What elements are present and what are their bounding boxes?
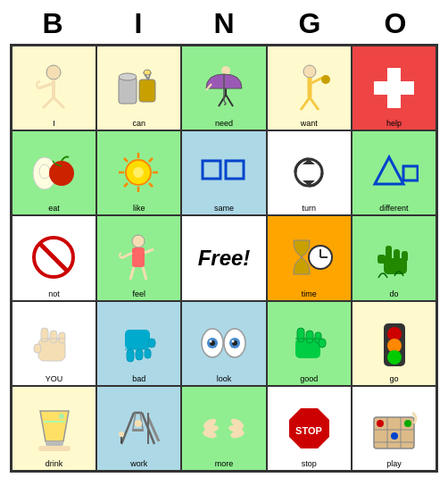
cell-label-help: help (353, 119, 436, 128)
cell-label-same: same (182, 204, 265, 213)
cell-free: Free! (181, 215, 266, 300)
letter-I: I (99, 7, 178, 40)
drink-hand-icon (25, 397, 83, 459)
svg-rect-71 (148, 339, 155, 348)
svg-line-2 (38, 83, 54, 88)
cell-go: go (352, 301, 436, 386)
cell-label-you: YOU (12, 374, 95, 383)
svg-rect-7 (139, 80, 155, 102)
cell-I: I (12, 46, 96, 130)
svg-rect-62 (41, 328, 48, 342)
cell-label-eat: eat (12, 204, 95, 213)
svg-line-21 (310, 97, 319, 110)
cell-help: help (352, 46, 436, 130)
bingo-header: B I N G O (10, 7, 438, 40)
letter-G: G (270, 7, 349, 40)
cell-bad: bad (96, 301, 181, 386)
cell-label-look: look (182, 374, 265, 383)
svg-point-80 (232, 339, 235, 342)
svg-point-0 (46, 65, 61, 80)
hand-pointing-icon (365, 227, 423, 289)
svg-line-50 (145, 249, 153, 253)
cell-different: different (352, 130, 436, 215)
svg-point-22 (321, 75, 330, 84)
cell-feel: feel (96, 215, 181, 300)
stop-sign-icon: STOP (280, 397, 338, 459)
cell-label-stop: stop (268, 459, 351, 468)
svg-line-52 (143, 267, 146, 280)
thumbs-up-icon (280, 312, 338, 374)
svg-rect-64 (59, 332, 65, 343)
svg-line-34 (124, 158, 128, 162)
hourglass-clock-icon (280, 227, 338, 289)
svg-point-121 (391, 432, 398, 440)
egg-apple-icon (25, 142, 83, 205)
cell-label-drink: drink (12, 459, 95, 468)
cell-like: like (96, 130, 181, 215)
svg-line-14 (226, 95, 233, 106)
free-text: Free! (198, 246, 251, 271)
cans-icon (110, 57, 168, 120)
thumbs-down-icon (110, 312, 168, 374)
cell-need: need (181, 46, 266, 130)
arrows-circle-icon (280, 142, 338, 205)
sun-icon (110, 142, 168, 205)
svg-point-10 (144, 70, 151, 75)
cell-same: same (181, 130, 266, 215)
person-feeling-icon (110, 227, 168, 289)
svg-rect-58 (394, 249, 400, 262)
bingo-grid: I can (10, 44, 438, 473)
cell-label-play: play (353, 459, 436, 468)
hands-together-icon (195, 397, 253, 459)
cell-do: do (352, 215, 436, 300)
svg-rect-44 (403, 166, 418, 180)
cell-label-time: time (268, 289, 351, 298)
svg-point-47 (132, 235, 145, 247)
cell-label-can: can (97, 119, 180, 128)
cell-label-more: more (182, 459, 265, 468)
cell-you: YOU (12, 301, 96, 386)
svg-rect-93 (38, 446, 71, 451)
cell-label-bad: bad (97, 374, 180, 383)
svg-rect-48 (132, 247, 145, 267)
svg-point-105 (119, 432, 124, 437)
cell-look: look (181, 301, 266, 386)
svg-line-51 (130, 267, 134, 280)
svg-point-122 (404, 420, 411, 427)
svg-rect-67 (125, 330, 150, 349)
letter-N: N (185, 7, 263, 40)
letter-B: B (13, 7, 92, 40)
eyes-icon (195, 312, 253, 374)
svg-rect-59 (402, 251, 408, 262)
cell-work: work (96, 386, 181, 471)
cell-eat: eat (12, 130, 96, 215)
cell-good: good (267, 301, 352, 386)
cell-label-different: different (353, 204, 436, 213)
svg-rect-68 (127, 349, 134, 362)
svg-line-4 (54, 97, 64, 108)
svg-point-102 (135, 420, 142, 427)
cell-turn: turn (267, 130, 352, 215)
cell-play: play (352, 386, 436, 471)
svg-line-3 (43, 97, 54, 108)
cell-want: want (267, 46, 352, 130)
svg-line-36 (149, 158, 153, 162)
cell-label-turn: turn (268, 204, 351, 213)
two-squares-icon (195, 142, 253, 205)
svg-line-49 (121, 253, 132, 258)
svg-rect-57 (386, 246, 392, 262)
cell-stop: STOP stop (267, 386, 352, 471)
cell-label-need: need (182, 119, 265, 128)
cell-time: time (267, 215, 352, 300)
svg-line-20 (301, 97, 310, 110)
svg-rect-101 (132, 429, 144, 432)
svg-point-90 (387, 350, 402, 364)
svg-point-28 (49, 161, 74, 186)
svg-rect-60 (377, 255, 386, 264)
svg-rect-69 (136, 349, 143, 360)
cell-can: can (96, 46, 181, 130)
svg-rect-83 (306, 331, 313, 343)
cell-label-like: like (97, 204, 180, 213)
person-signing-icon (25, 57, 83, 120)
no-sign-icon (25, 227, 83, 289)
